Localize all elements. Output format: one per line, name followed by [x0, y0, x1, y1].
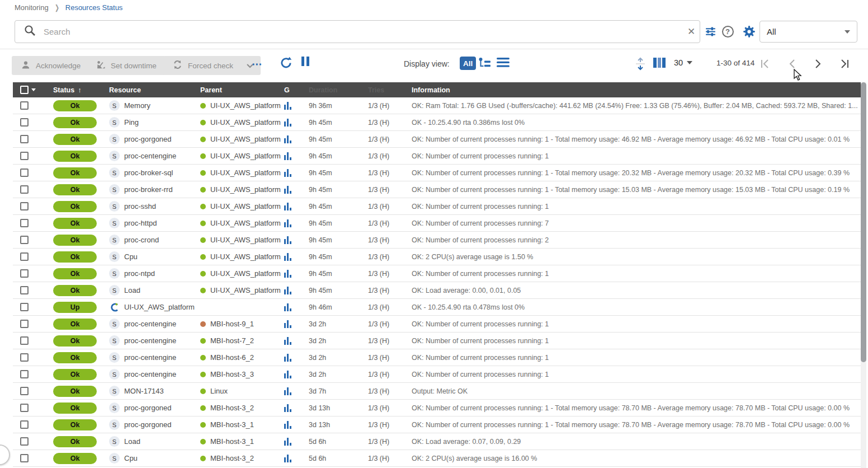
row-checkbox[interactable] [20, 286, 29, 294]
row-checkbox[interactable] [20, 135, 29, 143]
parent-name[interactable]: MBI-host-3_2 [210, 454, 254, 462]
table-row[interactable]: OkSproc-crondUI-UX_AWS_platform9h 45m1/3… [13, 232, 861, 249]
graph-icon[interactable] [284, 253, 291, 261]
status-badge[interactable]: Ok [53, 201, 97, 212]
status-badge[interactable]: Ok [53, 285, 97, 296]
resource-name[interactable]: proc-sshd [124, 202, 156, 210]
sort-asc-icon[interactable]: ↑ [78, 86, 82, 94]
header-resource[interactable]: Resource [109, 86, 200, 94]
breadcrumb-monitoring[interactable]: Monitoring [15, 3, 49, 12]
tree-view-icon[interactable] [478, 57, 491, 69]
header-parent[interactable]: Parent [200, 86, 284, 94]
status-badge[interactable]: Ok [53, 319, 97, 330]
parent-name[interactable]: MBI-host-6_2 [210, 353, 254, 362]
status-badge[interactable]: Ok [53, 184, 97, 195]
parent-name[interactable]: UI-UX_AWS_platform [210, 169, 281, 177]
table-row[interactable]: OkSproc-sshdUI-UX_AWS_platform9h 45m1/3 … [13, 198, 861, 215]
parent-name[interactable]: MBI-host-3_3 [210, 370, 254, 378]
parent-name[interactable]: MBI-host-3_1 [210, 420, 254, 429]
parent-name[interactable]: UI-UX_AWS_platform [210, 236, 281, 244]
resource-name[interactable]: proc-broker-rrd [124, 185, 173, 194]
table-row[interactable]: OkSproc-broker-rrdUI-UX_AWS_platform9h 4… [13, 181, 861, 198]
parent-name[interactable]: UI-UX_AWS_platform [210, 152, 281, 160]
header-tries[interactable]: Tries [368, 86, 412, 94]
parent-name[interactable]: MBI-host-7_2 [210, 336, 254, 345]
expand-rows-icon[interactable] [634, 57, 647, 71]
parent-name[interactable]: UI-UX_AWS_platform [210, 219, 281, 227]
resource-name[interactable]: proc-centengine [124, 152, 176, 160]
status-badge[interactable]: Ok [53, 419, 97, 430]
row-checkbox[interactable] [20, 269, 29, 278]
header-status[interactable]: Status ↑ [53, 86, 109, 94]
row-checkbox[interactable] [20, 454, 29, 462]
row-checkbox[interactable] [20, 152, 29, 160]
graph-icon[interactable] [284, 152, 291, 160]
parent-name[interactable]: UI-UX_AWS_platform [210, 101, 281, 110]
graph-icon[interactable] [284, 455, 291, 462]
vertical-scrollbar-thumb[interactable] [861, 82, 866, 362]
graph-icon[interactable] [284, 438, 291, 446]
status-badge[interactable]: Ok [53, 167, 97, 179]
resource-name[interactable]: proc-ntpd [124, 269, 155, 278]
graph-icon[interactable] [284, 219, 291, 227]
graph-icon[interactable] [284, 236, 291, 244]
resource-name[interactable]: Ping [124, 118, 139, 127]
graph-icon[interactable] [284, 320, 291, 328]
filter-tune-icon[interactable] [702, 24, 718, 39]
search-input[interactable] [44, 27, 683, 36]
graph-icon[interactable] [284, 387, 291, 395]
row-checkbox[interactable] [20, 370, 29, 378]
row-checkbox[interactable] [20, 387, 29, 395]
acknowledge-button[interactable]: Acknowledge [12, 56, 89, 75]
graph-icon[interactable] [284, 169, 291, 177]
resource-name[interactable]: proc-gorgoned [124, 420, 172, 429]
table-row[interactable]: OkSproc-centengineMBI-host-6_23d 2h1/3 (… [13, 349, 861, 366]
graph-icon[interactable] [284, 203, 291, 210]
select-options-caret-icon[interactable] [31, 88, 36, 91]
parent-name[interactable]: UI-UX_AWS_platform [210, 202, 281, 210]
next-page-icon[interactable] [811, 57, 825, 71]
more-actions-icon[interactable]: ⋯ [252, 58, 263, 71]
table-row[interactable]: OkSproc-gorgonedMBI-host-3_23d 13h1/3 (H… [13, 400, 861, 416]
resource-name[interactable]: Cpu [124, 252, 138, 261]
status-badge[interactable]: Ok [53, 453, 97, 464]
table-row[interactable]: OkSLoadUI-UX_AWS_platform9h 45m1/3 (H)OK… [13, 282, 861, 299]
first-page-icon[interactable] [758, 57, 772, 71]
resource-name[interactable]: proc-broker-sql [124, 169, 173, 177]
resource-name[interactable]: MON-17143 [124, 387, 164, 395]
resource-name[interactable]: proc-gorgoned [124, 135, 172, 143]
graph-icon[interactable] [284, 354, 291, 362]
row-checkbox[interactable] [20, 101, 29, 110]
set-downtime-button[interactable]: Set downtime [87, 56, 166, 75]
resource-type-select[interactable]: All [760, 21, 857, 43]
graph-icon[interactable] [284, 270, 291, 278]
graph-icon[interactable] [284, 186, 291, 194]
status-badge[interactable]: Ok [53, 218, 97, 229]
rows-per-page-select[interactable]: 30 [674, 58, 692, 67]
row-checkbox[interactable] [20, 219, 29, 227]
parent-name[interactable]: UI-UX_AWS_platform [210, 252, 281, 261]
table-row[interactable]: OkSproc-centengineMBI-host-7_23d 2h1/3 (… [13, 333, 861, 349]
row-checkbox[interactable] [20, 185, 29, 194]
status-badge[interactable]: Ok [53, 268, 97, 279]
parent-name[interactable]: UI-UX_AWS_platform [210, 269, 281, 278]
header-information[interactable]: Information [412, 86, 861, 94]
parent-name[interactable]: MBI-host-9_1 [210, 320, 254, 328]
row-checkbox[interactable] [20, 236, 29, 244]
list-view-icon[interactable] [497, 57, 510, 68]
table-row[interactable]: OkSproc-centengineUI-UX_AWS_platform9h 4… [13, 148, 861, 165]
pause-icon[interactable] [300, 57, 310, 66]
status-badge[interactable]: Ok [53, 251, 97, 263]
status-badge[interactable]: Ok [53, 335, 97, 347]
resource-name[interactable]: Memory [124, 101, 150, 110]
parent-name[interactable]: MBI-host-3_2 [210, 404, 254, 412]
row-checkbox[interactable] [20, 404, 29, 412]
table-row[interactable]: OkSproc-ntpdUI-UX_AWS_platform9h 45m1/3 … [13, 265, 861, 282]
graph-icon[interactable] [284, 119, 291, 127]
refresh-icon[interactable] [280, 57, 293, 69]
columns-icon[interactable] [653, 58, 666, 68]
table-row[interactable]: OkSproc-broker-sqlUI-UX_AWS_platform9h 4… [13, 165, 861, 181]
display-view-all-chip[interactable]: All [460, 57, 476, 70]
graph-icon[interactable] [284, 404, 291, 412]
settings-gear-icon[interactable] [741, 24, 757, 39]
